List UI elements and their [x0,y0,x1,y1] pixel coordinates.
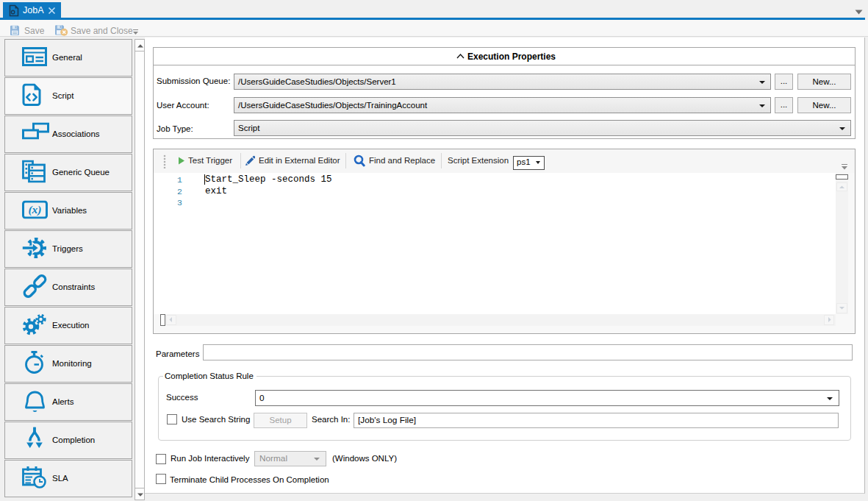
svg-text:(x): (x) [28,203,41,216]
